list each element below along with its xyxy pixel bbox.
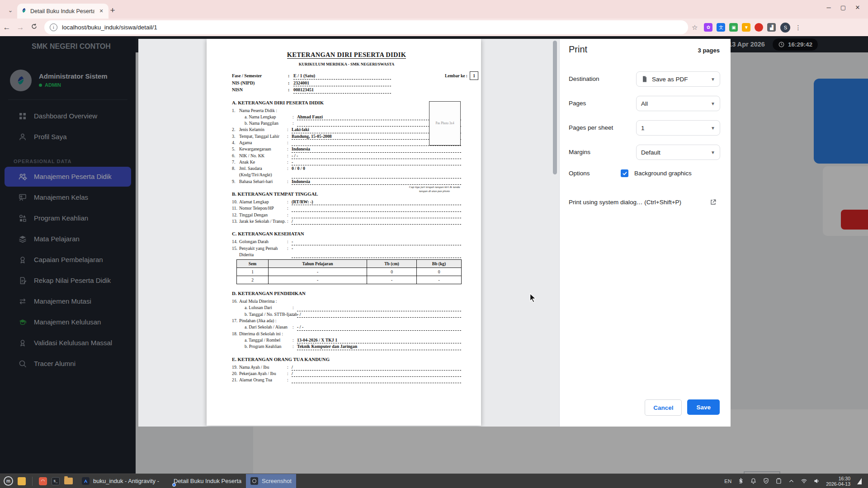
doc-row-number: 13. <box>232 218 239 225</box>
maximize-icon[interactable]: ▢ <box>839 4 847 11</box>
open-in-new-icon <box>710 199 717 206</box>
print-field-select-pages-per-sheet[interactable]: 1▼ <box>636 120 720 136</box>
taskbar-clock[interactable]: 16:30 2026-04-13 <box>826 476 850 487</box>
new-tab-button[interactable]: + <box>107 5 118 16</box>
doc-head-label: Fase / Semester <box>232 72 288 80</box>
extension-icon[interactable] <box>755 23 763 32</box>
minimize-icon[interactable]: ─ <box>825 4 833 11</box>
taskbar-window-detail-buku-induk-peserta[interactable]: Detail Buku Induk Peserta ... <box>165 474 246 488</box>
doc-row-line <box>292 172 461 178</box>
print-title: Print <box>569 44 587 55</box>
doc-row-colon: : <box>287 218 292 225</box>
doc-row-number: 9. <box>232 178 239 185</box>
doc-section-heading: C. KETERANGAN KESEHATAN <box>232 231 461 236</box>
print-field-select-margins[interactable]: Default▼ <box>636 145 720 160</box>
caret-up-icon[interactable] <box>788 478 795 484</box>
doc-row-colon: : <box>287 364 292 371</box>
doc-section: B. KETERANGAN TEMPAT TINGGAL10.Alamat Le… <box>232 191 461 225</box>
doc-row-colon: : <box>287 127 292 133</box>
tab-search-button[interactable]: ⌄ <box>5 4 16 16</box>
browser-tab[interactable]: Detail Buku Induk Peserta Di ✕ <box>17 4 108 19</box>
doc-row-number: 7. <box>232 159 239 165</box>
print-settings-panel: Print 3 pages DestinationSave as PDF▼Pag… <box>559 39 731 427</box>
reload-icon[interactable] <box>27 23 41 32</box>
doc-row-colon: : <box>287 165 292 172</box>
doc-row-colon <box>287 252 292 258</box>
doc-row-value: / <box>292 218 461 225</box>
preview-scrollbar[interactable] <box>553 41 557 174</box>
wifi-icon[interactable] <box>801 478 807 484</box>
save-button[interactable]: Save <box>687 399 720 415</box>
puzzle-icon[interactable]: ▟ <box>767 23 776 32</box>
doc-row-colon <box>287 172 292 178</box>
print-dialog: KETERANGAN DIRI PESERTA DIDIK KURIKULUM … <box>138 39 731 427</box>
doc-row-colon: : <box>287 153 292 159</box>
browser-menu-icon[interactable]: ⋮ <box>795 24 801 31</box>
doc-row: a. Dari Sekolah / Alasan:- / - <box>232 324 461 330</box>
doc-row-colon: : <box>292 311 297 318</box>
background-graphics-checkbox[interactable] <box>621 169 628 177</box>
bluetooth-icon[interactable] <box>737 478 744 484</box>
doc-row-value <box>297 305 461 311</box>
doc-row-number: 4. <box>232 140 239 146</box>
background-graphics-label[interactable]: Background graphics <box>634 169 692 178</box>
health-table-cell: - <box>269 276 367 284</box>
options-row: Options Background graphics <box>569 169 720 178</box>
bookmark-star-icon[interactable]: ☆ <box>692 23 698 32</box>
doc-row-number: 2. <box>232 127 239 133</box>
extension-icon[interactable]: 文 <box>717 23 725 32</box>
doc-section-heading: D. KETERANGAN PENDIDIKAN <box>232 291 461 296</box>
doc-row-number <box>232 252 239 258</box>
clipboard-tray-icon[interactable] <box>775 478 782 484</box>
app-launcher-icon[interactable]: ◠ <box>39 477 47 485</box>
files-icon[interactable] <box>64 478 73 484</box>
keyboard-layout[interactable]: EN <box>724 479 731 484</box>
health-table-cell: 0 <box>417 268 462 276</box>
system-dialog-row[interactable]: Print using system dialog… (Ctrl+Shift+P… <box>569 198 720 207</box>
terminal-icon[interactable]: $_ <box>52 477 60 485</box>
notes-icon[interactable] <box>18 477 26 485</box>
doc-row-colon: : <box>292 337 297 343</box>
extension-icon[interactable]: ▣ <box>729 23 738 32</box>
mint-menu-icon[interactable]: m <box>4 476 13 486</box>
doc-row-colon: : <box>287 159 292 165</box>
doc-row: 13.Jarak ke Sekolah / Transp.:/ <box>232 218 461 225</box>
doc-row-value: Indonesia <box>292 146 461 152</box>
doc-row-label: Alamat Lengkap <box>239 199 287 205</box>
close-icon[interactable]: ✕ <box>854 4 862 11</box>
url-text: localhost/buku_induk/siswa/detail/1 <box>62 24 157 31</box>
url-bar[interactable]: i localhost/buku_induk/siswa/detail/1 <box>44 20 688 34</box>
browser-tabstrip: ⌄ Detail Buku Induk Peserta Di ✕ + ─ ▢ ✕ <box>0 0 868 19</box>
doc-row-cont: Diderita <box>232 252 461 258</box>
doc-row: a. Lulusan Dari: <box>232 305 461 311</box>
taskbar-windows: buku_induk - Antigravity - ...Detail Buk… <box>77 474 296 488</box>
taskbar-window-label: Screenshot <box>262 478 292 484</box>
print-field-label: Destination <box>569 71 599 87</box>
doc-row-value: - / - <box>297 324 461 330</box>
cancel-button[interactable]: Cancel <box>645 399 682 416</box>
doc-row-label: Nama Peserta Didik : <box>239 108 287 114</box>
shield-icon[interactable] <box>763 478 769 484</box>
doc-row: 19.Nama Ayah / Ibu:/ <box>232 364 461 371</box>
document-sections: A. KETERANGAN DIRI PESERTA DIDIK1.Nama P… <box>232 100 461 384</box>
taskbar-window-buku-induk-antigravity[interactable]: buku_induk - Antigravity - ... <box>77 474 165 488</box>
doc-head-value: 008123451 <box>293 86 391 94</box>
print-field-label: Margins <box>569 145 590 160</box>
doc-section-heading: A. KETERANGAN DIRI PESERTA DIDIK <box>232 100 461 105</box>
show-desktop-corner[interactable] <box>857 478 862 484</box>
doc-row-number: 18. <box>232 331 239 337</box>
extension-icon[interactable]: ✿ <box>704 23 712 32</box>
forward-icon[interactable]: → <box>14 23 27 32</box>
tab-close-icon[interactable]: ✕ <box>98 8 105 15</box>
extension-icon[interactable]: ▼ <box>742 23 750 32</box>
print-field-select-destination[interactable]: Save as PDF▼ <box>636 71 720 87</box>
taskbar-window-screenshot[interactable]: Screenshot <box>246 474 296 488</box>
bell-icon[interactable] <box>750 478 757 484</box>
doc-row-number: 8. <box>232 165 239 172</box>
site-info-icon[interactable]: i <box>50 23 57 31</box>
print-field-select-pages[interactable]: All▼ <box>636 96 720 111</box>
profile-avatar[interactable]: S <box>780 23 790 33</box>
print-field-margins: MarginsDefault▼ <box>569 145 720 160</box>
back-icon[interactable]: ← <box>0 23 14 32</box>
volume-icon[interactable] <box>813 478 820 484</box>
